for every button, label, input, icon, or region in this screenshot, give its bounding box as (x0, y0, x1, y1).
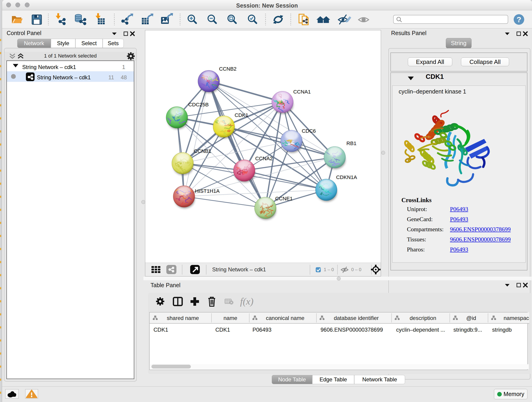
svg-text:stringdb:9...: stringdb:9... (453, 327, 482, 333)
svg-text:canonical name: canonical name (266, 315, 304, 321)
svg-text:CDK1: CDK1 (215, 327, 230, 333)
svg-text:9606.ENSP00000378699: 9606.ENSP00000378699 (321, 327, 383, 333)
svg-text:CDK1: CDK1 (234, 112, 248, 118)
svg-text:CCNB1: CCNB1 (194, 148, 211, 154)
svg-text:CCNE1: CCNE1 (275, 196, 293, 201)
svg-text:CCNB2: CCNB2 (219, 66, 236, 72)
svg-text:description: description (410, 315, 436, 321)
svg-text:String Network – cdk1: String Network – cdk1 (212, 266, 266, 273)
svg-text:namespace: namespace (504, 315, 529, 321)
svg-text:cyclin–dependent ...: cyclin–dependent ... (396, 327, 445, 333)
svg-text:CDKN1A: CDKN1A (336, 174, 357, 180)
svg-text:?: ? (517, 15, 521, 24)
svg-text:stringdb: stringdb (492, 327, 512, 333)
svg-text:CDC25B: CDC25B (188, 102, 209, 108)
svg-text:database identifier: database identifier (334, 315, 379, 321)
svg-text:CDC6: CDC6 (302, 128, 316, 134)
svg-text:CCNA1: CCNA1 (293, 89, 311, 95)
svg-text:CDK1: CDK1 (153, 327, 168, 333)
svg-text:RB1: RB1 (346, 140, 356, 146)
svg-text:f(x): f(x) (240, 296, 253, 307)
svg-text:@id: @id (466, 315, 476, 321)
svg-text:shared name: shared name (167, 315, 199, 321)
svg-text:name: name (223, 315, 237, 321)
svg-text:0 – 0: 0 – 0 (351, 267, 361, 272)
svg-text:HIST1H1A: HIST1H1A (195, 188, 220, 194)
svg-text:P06493: P06493 (253, 327, 272, 333)
svg-text:CCNA2: CCNA2 (255, 156, 273, 161)
svg-text:1 – 0: 1 – 0 (324, 267, 334, 272)
